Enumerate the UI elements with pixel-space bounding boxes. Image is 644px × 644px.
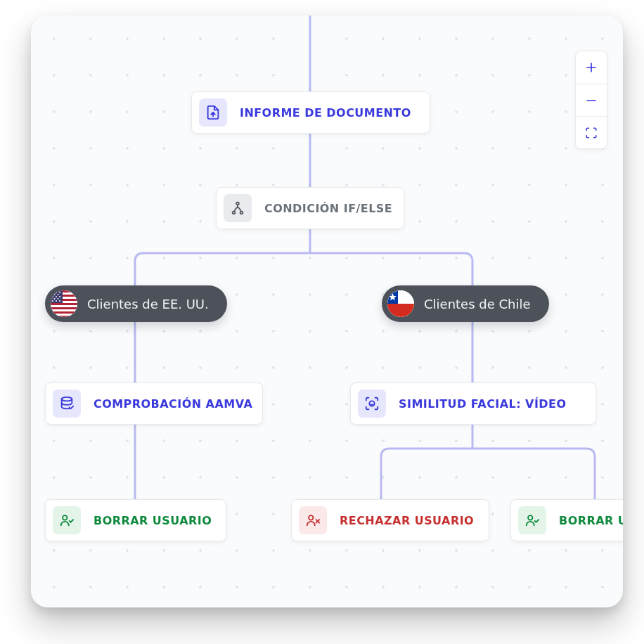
svg-rect-15 (51, 307, 77, 309)
plus-icon (585, 61, 598, 74)
node-clear-user[interactable]: BORRAR USUARIO (45, 499, 226, 541)
svg-point-23 (58, 294, 59, 295)
svg-point-43 (528, 515, 532, 520)
svg-point-24 (52, 296, 53, 297)
branch-label: Clientes de EE. UU. (87, 297, 209, 311)
node-aamva-check[interactable]: COMPROBACIÓN AAMVA (45, 382, 263, 425)
user-check-icon (53, 506, 81, 534)
node-label: INFORME DE DOCUMENTO (240, 106, 411, 120)
branch-pill-us[interactable]: Clientes de EE. UU. (45, 285, 227, 322)
zoom-out-button[interactable] (576, 84, 607, 116)
zoom-in-button[interactable] (576, 51, 607, 84)
flag-chile-icon (387, 290, 414, 317)
svg-point-20 (56, 292, 57, 293)
svg-point-39 (63, 515, 67, 520)
node-label: SIMILITUD FACIAL: VÍDEO (399, 397, 566, 411)
node-label: BORRAR USUARIO (94, 514, 212, 527)
face-scan-icon (358, 389, 386, 418)
svg-point-29 (52, 300, 53, 302)
database-icon (53, 389, 81, 418)
zoom-fit-button[interactable] (576, 116, 607, 148)
svg-point-21 (59, 292, 60, 293)
svg-rect-14 (51, 303, 77, 305)
svg-point-31 (59, 300, 60, 302)
branch-label: Clientes de Chile (424, 297, 531, 311)
svg-point-22 (54, 294, 56, 295)
svg-rect-16 (51, 311, 77, 314)
node-label: CONDICIÓN IF/ELSE (264, 202, 392, 215)
node-facial-similarity[interactable]: SIMILITUD FACIAL: VÍDEO (350, 382, 596, 425)
node-label: COMPROBACIÓN AAMVA (94, 397, 252, 411)
svg-point-30 (56, 300, 57, 302)
svg-point-28 (58, 298, 59, 300)
user-x-icon (299, 506, 327, 534)
document-report-icon (199, 98, 227, 127)
svg-point-37 (62, 397, 72, 401)
svg-rect-34 (387, 304, 414, 317)
node-label: BORRAR USUARIO (559, 514, 623, 527)
svg-rect-11 (51, 290, 77, 292)
branch-icon (224, 194, 252, 222)
node-condition[interactable]: CONDICIÓN IF/ELSE (216, 187, 404, 229)
workflow-canvas[interactable]: INFORME DE DOCUMENTO CONDICIÓN IF/ELSE (31, 15, 623, 607)
user-check-icon (518, 506, 546, 534)
branch-pill-chile[interactable]: Clientes de Chile (382, 285, 549, 322)
svg-point-19 (52, 292, 53, 293)
zoom-controls (575, 51, 607, 149)
svg-point-40 (309, 515, 313, 520)
maximize-icon (585, 127, 598, 139)
flag-us-icon (51, 290, 77, 317)
node-document-report[interactable]: INFORME DE DOCUMENTO (191, 91, 430, 134)
node-clear-user-2[interactable]: BORRAR USUARIO (510, 499, 623, 541)
svg-point-26 (59, 296, 60, 297)
node-reject-user[interactable]: RECHAZAR USUARIO (291, 499, 489, 541)
minus-icon (585, 94, 598, 107)
svg-rect-17 (51, 316, 77, 317)
svg-point-25 (56, 296, 57, 297)
svg-point-27 (54, 298, 56, 300)
node-label: RECHAZAR USUARIO (340, 514, 474, 527)
